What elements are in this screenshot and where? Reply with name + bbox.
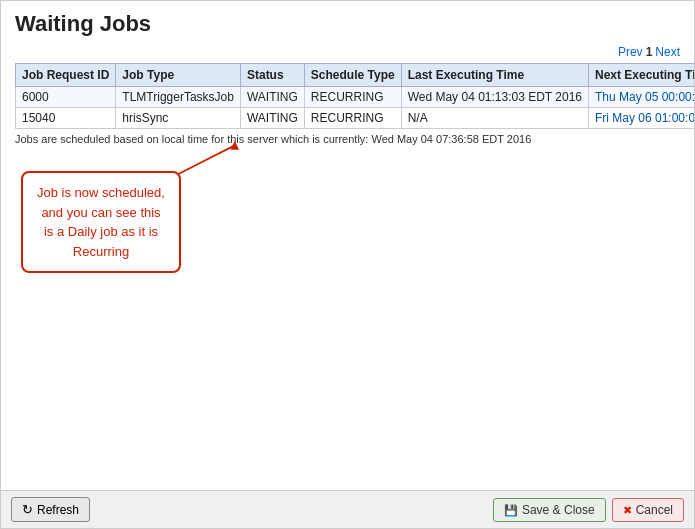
jobs-tbody: 6000TLMTriggerTasksJobWAITINGRECURRINGWe… <box>16 87 695 129</box>
pagination-bar: Prev 1 Next <box>15 45 680 59</box>
col-next-executing-time: Next Executing Time <box>589 64 695 87</box>
table-cell: Wed May 04 01:13:03 EDT 2016 <box>401 87 588 108</box>
table-row: 6000TLMTriggerTasksJobWAITINGRECURRINGWe… <box>16 87 695 108</box>
svg-line-0 <box>178 145 235 174</box>
table-cell: N/A <box>401 108 588 129</box>
page-number: 1 <box>646 45 653 59</box>
col-status: Status <box>240 64 304 87</box>
save-close-button[interactable]: Save & Close <box>493 498 606 522</box>
refresh-button[interactable]: Refresh <box>11 497 90 522</box>
cancel-button[interactable]: Cancel <box>612 498 684 522</box>
callout-text: Job is now scheduled, and you can see th… <box>37 185 165 259</box>
footer-right: Save & Close Cancel <box>493 498 684 522</box>
refresh-label: Refresh <box>37 503 79 517</box>
table-cell: TLMTriggerTasksJob <box>116 87 241 108</box>
prev-link[interactable]: Prev <box>618 45 643 59</box>
table-cell: RECURRING <box>304 108 401 129</box>
table-cell[interactable]: Thu May 05 00:00:00 EDT 2016 <box>589 87 695 108</box>
table-cell: WAITING <box>240 108 304 129</box>
callout-arrow <box>176 141 241 176</box>
table-cell: 6000 <box>16 87 116 108</box>
table-cell: WAITING <box>240 87 304 108</box>
save-close-label: Save & Close <box>522 503 595 517</box>
next-link[interactable]: Next <box>655 45 680 59</box>
page-title: Waiting Jobs <box>15 11 680 37</box>
table-cell: 15040 <box>16 108 116 129</box>
table-cell: hrisSync <box>116 108 241 129</box>
footer-bar: Refresh Save & Close Cancel <box>1 490 694 528</box>
cancel-icon <box>623 503 632 517</box>
col-job-type: Job Type <box>116 64 241 87</box>
col-last-executing-time: Last Executing Time <box>401 64 588 87</box>
table-cell: RECURRING <box>304 87 401 108</box>
annotation-area: Job is now scheduled, and you can see th… <box>21 141 241 301</box>
table-cell[interactable]: Fri May 06 01:00:00 EDT 2016 <box>589 108 695 129</box>
callout-box: Job is now scheduled, and you can see th… <box>21 171 181 273</box>
next-exec-link[interactable]: Fri May 06 01:00:00 EDT 2016 <box>595 111 694 125</box>
table-row: 15040hrisSyncWAITINGRECURRINGN/AFri May … <box>16 108 695 129</box>
refresh-icon <box>22 502 33 517</box>
table-header-row: Job Request ID Job Type Status Schedule … <box>16 64 695 87</box>
col-schedule-type: Schedule Type <box>304 64 401 87</box>
save-icon <box>504 503 518 517</box>
main-content: Waiting Jobs Prev 1 Next Job Request ID … <box>1 1 694 490</box>
next-exec-link[interactable]: Thu May 05 00:00:00 EDT 2016 <box>595 90 694 104</box>
svg-marker-1 <box>230 141 239 150</box>
col-job-request-id: Job Request ID <box>16 64 116 87</box>
jobs-table: Job Request ID Job Type Status Schedule … <box>15 63 694 129</box>
cancel-label: Cancel <box>636 503 673 517</box>
